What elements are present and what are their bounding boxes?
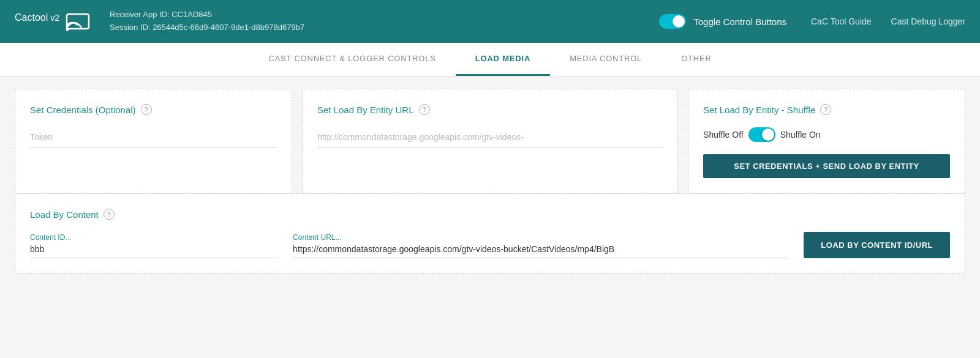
entity-url-title-text: Set Load By Entity URL: [317, 105, 414, 115]
entity-url-card: Set Load By Entity URL ?: [302, 89, 678, 193]
tabs-container: CAST CONNECT & LOGGER CONTROLS LOAD MEDI…: [0, 43, 980, 76]
logo-version: v2: [50, 13, 59, 23]
credentials-title-text: Set Credentials (Optional): [30, 105, 136, 115]
content-url-field: Content URL... https://commondatastorage…: [293, 233, 789, 258]
shuffle-off-label: Shuffle Off: [703, 130, 744, 140]
load-by-content-title: Load By Content ?: [30, 209, 950, 220]
credentials-card: Set Credentials (Optional) ?: [15, 89, 292, 193]
header-info: Receiver App ID: CC1AD845 Session ID: 26…: [110, 9, 659, 34]
logo-text: Cactoolv2: [15, 12, 59, 31]
load-by-content-button[interactable]: LOAD BY CONTENT ID/URL: [804, 232, 950, 258]
content-url-value[interactable]: https://commondatastorage.googleapis.com…: [293, 244, 789, 258]
app-header: Cactoolv2 Receiver App ID: CC1AD845 Sess…: [0, 0, 980, 43]
shuffle-title-text: Set Load By Entity - Shuffle: [703, 105, 815, 115]
load-by-content-title-text: Load By Content: [30, 209, 99, 220]
load-by-content-fields: Content ID... bbb Content URL... https:/…: [30, 232, 950, 258]
header-nav: CaC Tool Guide Cast Debug Logger: [811, 17, 965, 26]
token-input[interactable]: [30, 127, 277, 147]
load-by-content-help-icon[interactable]: ?: [104, 209, 115, 220]
main-content: Set Credentials (Optional) ? Set Load By…: [0, 76, 980, 286]
shuffle-title: Set Load By Entity - Shuffle ?: [703, 104, 950, 115]
tab-other[interactable]: OTHER: [662, 43, 731, 76]
logo: Cactoolv2: [15, 12, 90, 31]
cast-icon: [66, 12, 90, 31]
toggle-control-section: Toggle Control Buttons: [659, 14, 786, 29]
entity-url-help-icon[interactable]: ?: [419, 104, 430, 115]
content-id-field: Content ID... bbb: [30, 233, 278, 258]
content-id-value[interactable]: bbb: [30, 244, 278, 258]
nav-guide-link[interactable]: CaC Tool Guide: [811, 17, 872, 26]
toggle-control-buttons[interactable]: [659, 14, 686, 29]
nav-logger-link[interactable]: Cast Debug Logger: [891, 17, 965, 26]
credentials-title: Set Credentials (Optional) ?: [30, 104, 277, 115]
shuffle-on-label: Shuffle On: [780, 130, 821, 140]
shuffle-toggle-row: Shuffle Off Shuffle On: [703, 127, 950, 142]
entity-url-title: Set Load By Entity URL ?: [317, 104, 663, 115]
load-by-content-card: Load By Content ? Content ID... bbb Cont…: [15, 193, 965, 274]
tab-cast-connect[interactable]: CAST CONNECT & LOGGER CONTROLS: [249, 43, 455, 76]
shuffle-card: Set Load By Entity - Shuffle ? Shuffle O…: [688, 89, 965, 193]
content-id-label: Content ID...: [30, 233, 278, 242]
svg-rect-0: [67, 14, 89, 29]
credentials-help-icon[interactable]: ?: [141, 104, 152, 115]
receiver-app-id: Receiver App ID: CC1AD845: [110, 9, 659, 21]
tab-load-media[interactable]: LOAD MEDIA: [456, 43, 550, 76]
logo-wordmark: Cactool: [15, 12, 48, 23]
entity-url-input[interactable]: [317, 127, 663, 147]
shuffle-toggle[interactable]: [748, 127, 775, 142]
session-id: Session ID: 26544d5c-66d9-4607-9de1-d8b9…: [110, 21, 659, 34]
set-credentials-send-load-button[interactable]: SET CREDENTIALS + SEND LOAD BY ENTITY: [703, 154, 950, 178]
shuffle-help-icon[interactable]: ?: [820, 104, 831, 115]
toggle-control-label: Toggle Control Buttons: [693, 17, 786, 27]
top-card-row: Set Credentials (Optional) ? Set Load By…: [15, 89, 965, 193]
content-url-label: Content URL...: [293, 233, 789, 242]
tab-media-control[interactable]: MEDIA CONTROL: [550, 43, 662, 76]
svg-point-1: [66, 28, 69, 31]
